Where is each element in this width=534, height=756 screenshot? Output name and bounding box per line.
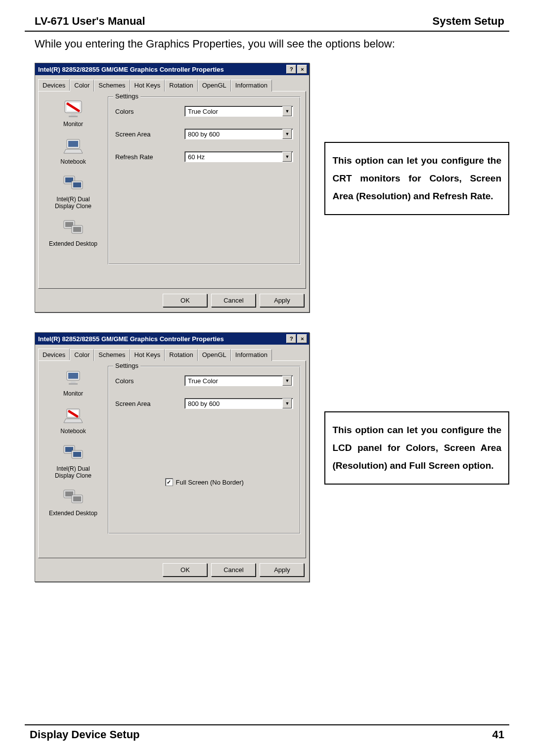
cancel-button[interactable]: Cancel <box>211 563 256 577</box>
header-divider <box>25 31 509 32</box>
page-number: 41 <box>492 728 504 741</box>
device-dual-clone[interactable]: Intel(R) Dual Display Clone <box>46 174 100 210</box>
ok-button[interactable]: OK <box>163 294 207 307</box>
help-button[interactable]: ? <box>286 334 296 343</box>
screen-area-value: 800 by 600 <box>188 400 220 407</box>
device-dual-label: Intel(R) Dual Display Clone <box>46 465 100 479</box>
device-notebook-label: Notebook <box>46 158 100 165</box>
screen-area-label: Screen Area <box>115 400 184 407</box>
svg-rect-23 <box>73 452 81 457</box>
tab-color[interactable]: Color <box>70 80 94 91</box>
footer-section: Display Device Setup <box>30 728 140 741</box>
screen-area-select[interactable]: 800 by 600 ▼ <box>184 398 293 409</box>
chevron-down-icon: ▼ <box>282 106 292 116</box>
tab-devices[interactable]: Devices <box>38 349 70 360</box>
tab-opengl[interactable]: OpenGL <box>198 80 231 91</box>
refresh-rate-label: Refresh Rate <box>115 153 184 161</box>
tab-rotation[interactable]: Rotation <box>165 349 197 361</box>
svg-rect-2 <box>71 114 76 116</box>
graphics-properties-dialog-notebook: Intel(R) 82852/82855 GM/GME Graphics Con… <box>35 332 310 582</box>
tab-information[interactable]: Information <box>231 80 272 91</box>
device-extended-label: Extended Desktop <box>46 510 100 517</box>
tab-devices[interactable]: Devices <box>38 79 70 91</box>
dual-display-icon <box>62 444 85 463</box>
chevron-down-icon: ▼ <box>282 376 292 386</box>
device-notebook[interactable]: Notebook <box>46 406 100 435</box>
extended-desktop-icon <box>62 219 85 238</box>
fullscreen-checkbox[interactable]: ✓ <box>165 478 173 486</box>
tab-schemes[interactable]: Schemes <box>94 349 130 361</box>
svg-rect-13 <box>73 227 81 232</box>
chevron-down-icon: ▼ <box>282 129 292 139</box>
intro-text: While you entering the Graphics Properti… <box>25 38 509 50</box>
window-title: Intel(R) 82852/82855 GM/GME Graphics Con… <box>37 335 285 343</box>
chevron-down-icon: ▼ <box>282 399 292 408</box>
tab-rotation[interactable]: Rotation <box>165 80 197 91</box>
extended-desktop-icon <box>62 488 85 508</box>
colors-label: Colors <box>115 108 184 115</box>
ok-button[interactable]: OK <box>163 563 207 577</box>
colors-select[interactable]: True Color ▼ <box>184 106 293 117</box>
device-monitor-label: Monitor <box>46 390 100 397</box>
svg-rect-15 <box>68 373 78 379</box>
graphics-properties-dialog-monitor: Intel(R) 82852/82855 GM/GME Graphics Con… <box>35 63 310 312</box>
colors-label: Colors <box>115 377 184 385</box>
device-sidebar: Monitor Notebook Intel(R) <box>44 96 103 283</box>
refresh-rate-value: 60 Hz <box>188 153 205 161</box>
monitor-icon <box>62 368 85 388</box>
device-monitor-label: Monitor <box>46 121 100 128</box>
callout-monitor: This option can let you configure the CR… <box>324 142 509 215</box>
settings-legend: Settings <box>113 92 140 100</box>
tab-information[interactable]: Information <box>231 349 272 361</box>
screen-area-label: Screen Area <box>115 131 184 138</box>
svg-rect-5 <box>68 141 78 147</box>
svg-rect-9 <box>73 182 81 187</box>
device-dual-clone[interactable]: Intel(R) Dual Display Clone <box>46 444 100 479</box>
device-extended-desktop[interactable]: Extended Desktop <box>46 219 100 247</box>
tabs: Devices Color Schemes Hot Keys Rotation … <box>38 79 306 91</box>
close-button[interactable]: × <box>297 334 307 343</box>
chevron-down-icon: ▼ <box>282 152 292 162</box>
cancel-button[interactable]: Cancel <box>211 294 256 307</box>
device-extended-label: Extended Desktop <box>46 240 100 247</box>
settings-group: Settings Colors True Color ▼ Screen Area <box>108 96 301 265</box>
device-extended-desktop[interactable]: Extended Desktop <box>46 488 100 517</box>
tab-color[interactable]: Color <box>70 349 94 361</box>
device-monitor[interactable]: Monitor <box>46 99 100 128</box>
tabs: Devices Color Schemes Hot Keys Rotation … <box>38 349 306 360</box>
colors-select[interactable]: True Color ▼ <box>184 375 293 386</box>
section-title: System Setup <box>433 15 505 28</box>
tab-hotkeys[interactable]: Hot Keys <box>130 349 165 361</box>
callout-notebook: This option can let you configure the LC… <box>324 411 509 485</box>
monitor-icon <box>62 99 85 119</box>
tab-schemes[interactable]: Schemes <box>94 80 130 91</box>
dual-display-icon <box>62 174 85 194</box>
device-notebook[interactable]: Notebook <box>46 136 100 165</box>
apply-button[interactable]: Apply <box>260 563 304 577</box>
tab-opengl[interactable]: OpenGL <box>198 349 231 361</box>
tab-hotkeys[interactable]: Hot Keys <box>130 80 165 91</box>
svg-rect-17 <box>69 383 78 385</box>
svg-rect-16 <box>71 381 76 383</box>
device-sidebar: Monitor Notebook Intel(R) <box>44 366 103 553</box>
close-button[interactable]: × <box>297 65 307 74</box>
notebook-icon <box>62 136 85 156</box>
help-button[interactable]: ? <box>286 65 296 74</box>
fullscreen-label: Full Screen (No Border) <box>176 479 244 486</box>
device-monitor[interactable]: Monitor <box>46 368 100 397</box>
screen-area-value: 800 by 600 <box>188 131 220 138</box>
colors-value: True Color <box>188 108 218 115</box>
colors-value: True Color <box>188 377 218 385</box>
manual-title: LV-671 User's Manual <box>35 15 145 28</box>
fullscreen-checkbox-row[interactable]: ✓ Full Screen (No Border) <box>115 478 293 486</box>
refresh-rate-select[interactable]: 60 Hz ▼ <box>184 151 293 162</box>
apply-button[interactable]: Apply <box>260 294 304 307</box>
footer-divider <box>25 724 509 725</box>
screen-area-select[interactable]: 800 by 600 ▼ <box>184 129 293 139</box>
svg-rect-27 <box>73 496 81 501</box>
device-dual-label: Intel(R) Dual Display Clone <box>46 196 100 210</box>
device-notebook-label: Notebook <box>46 428 100 435</box>
settings-legend: Settings <box>113 362 140 369</box>
settings-group: Settings Colors True Color ▼ Screen Area <box>108 366 301 534</box>
notebook-icon <box>62 406 85 426</box>
